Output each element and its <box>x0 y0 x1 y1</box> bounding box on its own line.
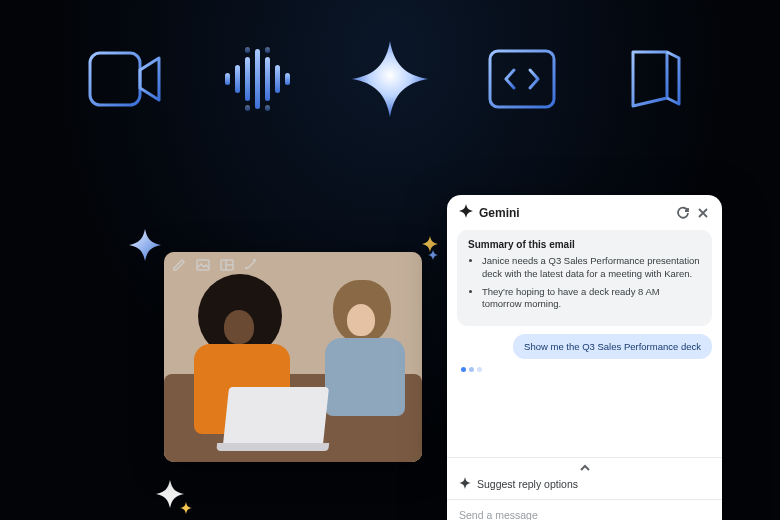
svg-rect-3 <box>245 57 250 101</box>
gemini-spark-icon <box>459 204 473 222</box>
refresh-icon[interactable] <box>676 206 690 220</box>
svg-rect-5 <box>265 57 270 101</box>
image-card <box>164 252 422 462</box>
message-input-row[interactable]: Send a message <box>447 499 722 520</box>
gemini-spark-icon <box>350 39 430 119</box>
gemini-panel-title: Gemini <box>479 206 670 220</box>
close-icon[interactable] <box>696 206 710 220</box>
svg-rect-0 <box>90 53 140 105</box>
chevron-up-icon <box>577 461 593 475</box>
suggest-reply-row[interactable]: Suggest reply options <box>447 458 722 499</box>
gemini-panel-body: Summary of this email Janice needs a Q3 … <box>447 230 722 453</box>
svg-rect-2 <box>235 65 240 93</box>
svg-rect-9 <box>265 47 270 53</box>
email-summary-card: Summary of this email Janice needs a Q3 … <box>457 230 712 326</box>
typing-indicator <box>457 367 712 372</box>
svg-rect-8 <box>245 47 250 53</box>
image-icon[interactable] <box>196 258 210 272</box>
svg-rect-11 <box>265 105 270 111</box>
layout-icon[interactable] <box>220 258 234 272</box>
svg-rect-1 <box>225 73 230 85</box>
svg-rect-6 <box>275 65 280 93</box>
gemini-spark-icon <box>459 477 471 491</box>
svg-rect-7 <box>285 73 290 85</box>
sparkle-icon <box>180 502 192 514</box>
gemini-panel: Gemini Summary of this email Janice need… <box>447 195 722 520</box>
svg-rect-12 <box>490 51 554 107</box>
audio-waveform-icon <box>218 39 298 119</box>
message-input[interactable]: Send a message <box>459 509 710 520</box>
summary-bullet: Janice needs a Q3 Sales Performance pres… <box>482 255 701 281</box>
svg-rect-4 <box>255 49 260 109</box>
meeting-photo <box>164 252 422 462</box>
gemini-panel-header: Gemini <box>447 195 722 230</box>
sparkle-icon <box>128 228 162 262</box>
magic-wand-icon[interactable] <box>244 258 258 272</box>
code-brackets-icon <box>482 39 562 119</box>
summary-list: Janice needs a Q3 Sales Performance pres… <box>468 255 701 311</box>
image-toolbar <box>172 258 258 272</box>
summary-heading: Summary of this email <box>468 239 701 250</box>
suggest-reply-label: Suggest reply options <box>477 478 578 490</box>
lower-composition: Gemini Summary of this email Janice need… <box>0 190 780 520</box>
sparkle-icon <box>428 250 438 260</box>
pencil-icon[interactable] <box>172 258 186 272</box>
top-icon-row <box>0 0 780 130</box>
suggested-reply-chip[interactable]: Show me the Q3 Sales Performance deck <box>513 334 712 359</box>
notebook-icon <box>614 39 694 119</box>
svg-rect-10 <box>245 105 250 111</box>
summary-bullet: They're hoping to have a deck ready 8 AM… <box>482 286 701 312</box>
video-camera-icon <box>86 39 166 119</box>
